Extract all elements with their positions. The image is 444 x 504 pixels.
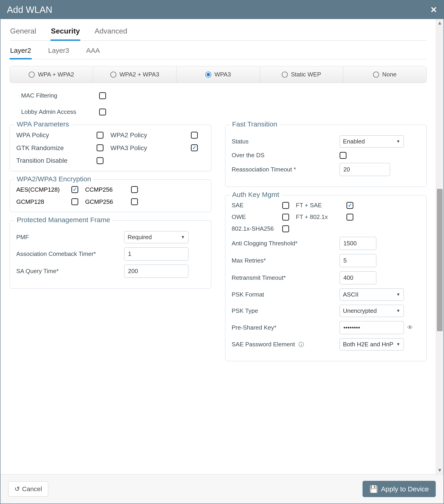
anti-clog-label: Anti Clogging Threshold* [232,240,340,247]
mac-filtering-label: MAC Filtering [21,92,99,99]
mode-label: WPA2 + WPA3 [120,71,159,78]
lobby-admin-checkbox[interactable] [99,108,106,115]
max-retries-input[interactable] [340,254,376,267]
8021x-sha256-checkbox[interactable] [282,225,289,232]
auth-key-mgmt-fieldset: Auth Key Mgmt SAE FT + SAE OWE FT + 802.… [225,195,427,361]
gtk-randomize-checkbox[interactable] [97,144,104,151]
radio-icon [373,72,379,78]
pmf-label: PMF [16,234,124,241]
tab-advanced[interactable]: Advanced [94,25,127,40]
psk-input[interactable] [340,321,404,334]
mac-filtering-checkbox[interactable] [99,92,106,99]
mode-wpa2-wpa3[interactable]: WPA2 + WPA3 [93,66,177,83]
cancel-button[interactable]: Cancel [8,481,48,497]
mac-filtering-row: MAC Filtering [21,92,426,99]
sa-query-input[interactable] [124,265,188,278]
pmf-select-value: Required [127,234,152,241]
left-column: WPA Parameters WPA Policy WPA2 Policy GT… [10,125,211,370]
ft-status-select[interactable]: Enabled ▼ [340,135,404,147]
mode-static-wep[interactable]: Static WEP [260,66,343,83]
gcmp256-label: GCMP256 [85,198,131,205]
over-ds-checkbox[interactable] [340,152,346,159]
tab-security[interactable]: Security [51,25,80,41]
ft-8021x-label: FT + 802.1x [296,214,346,220]
aes-ccmp128-label: AES(CCMP128) [16,186,71,193]
scroll-down-icon[interactable]: ▼ [436,467,444,473]
ft-status-label: Status [232,138,340,145]
vertical-scrollbar[interactable]: ▲ ▼ [436,19,444,474]
sae-checkbox[interactable] [282,202,289,209]
pmf-fieldset: Protected Management Frame PMF Required … [10,220,211,288]
aes-ccmp128-checkbox[interactable] [71,186,78,193]
ft-status-value: Enabled [343,138,365,145]
info-icon[interactable]: ⓘ [299,341,304,347]
add-wlan-modal: Add WLAN ✕ General Security Advanced Lay… [0,0,444,504]
sa-query-label: SA Query Time* [16,268,124,275]
over-ds-label: Over the DS [232,152,340,159]
gcmp128-checkbox[interactable] [71,198,78,205]
wpa3-policy-checkbox[interactable] [191,144,198,151]
pmf-legend: Protected Management Frame [15,216,112,224]
apply-to-device-button[interactable]: Apply to Device [363,481,436,497]
wpa2-policy-checkbox[interactable] [191,132,198,139]
footer: Cancel Apply to Device [0,474,444,504]
undo-icon [15,485,20,493]
radio-icon [282,72,288,78]
eye-off-icon[interactable]: 👁 [407,324,413,331]
subtab-layer3[interactable]: Layer3 [48,44,70,59]
tab-general[interactable]: General [10,25,37,40]
subtab-layer2[interactable]: Layer2 [10,44,32,59]
right-column: Fast Transition Status Enabled ▼ Over th… [225,125,427,370]
anti-clog-input[interactable] [340,237,376,250]
owe-checkbox[interactable] [282,214,289,220]
pmf-select[interactable]: Required ▼ [124,231,188,243]
scroll-up-icon[interactable]: ▲ [436,20,444,26]
mode-label: WPA + WPA2 [38,71,74,78]
body-wrap: General Security Advanced Layer2 Layer3 … [0,19,444,474]
psk-format-select[interactable]: ASCII ▼ [340,288,404,301]
radio-icon [110,72,116,78]
chevron-down-icon: ▼ [181,235,185,240]
fast-transition-legend: Fast Transition [230,120,280,128]
8021x-sha256-label: 802.1x-SHA256 [232,225,282,232]
security-mode-bar: WPA + WPA2 WPA2 + WPA3 WPA3 Static WEP N… [10,66,426,83]
chevron-down-icon: ▼ [396,292,400,297]
sub-tabs: Layer2 Layer3 AAA [10,44,426,59]
title-bar: Add WLAN ✕ [0,0,444,19]
ccmp256-checkbox[interactable] [131,186,138,193]
sae-label: SAE [232,202,282,209]
wpa-policy-checkbox[interactable] [97,132,104,139]
assoc-comeback-label: Association Comeback Timer* [16,250,124,257]
wpa-parameters-legend: WPA Parameters [15,120,71,128]
sae-pwe-value: Both H2E and HnP [343,341,393,348]
content-area: General Security Advanced Layer2 Layer3 … [0,19,436,474]
wpa-policy-label: WPA Policy [16,131,97,139]
mode-wpa-wpa2[interactable]: WPA + WPA2 [10,66,93,83]
two-columns: WPA Parameters WPA Policy WPA2 Policy GT… [10,125,426,370]
psk-type-value: Unencrypted [343,307,377,314]
psk-format-value: ASCII [343,291,359,298]
cancel-label: Cancel [22,486,42,493]
gcmp256-checkbox[interactable] [131,198,138,205]
reassoc-timeout-input[interactable] [340,163,390,176]
chevron-down-icon: ▼ [396,342,400,347]
mode-label: None [382,71,396,78]
encryption-legend: WPA2/WPA3 Encryption [15,175,93,183]
ccmp256-label: CCMP256 [85,186,131,193]
scrollbar-thumb[interactable] [437,189,443,331]
ft-sae-checkbox[interactable] [346,202,353,209]
mode-wpa3[interactable]: WPA3 [177,66,260,83]
psk-type-label: PSK Type [232,307,340,314]
max-retries-label: Max Retries* [232,257,340,264]
transition-disable-checkbox[interactable] [97,157,104,164]
mode-none[interactable]: None [343,66,426,83]
psk-type-select[interactable]: Unencrypted ▼ [340,305,404,317]
subtab-aaa[interactable]: AAA [86,44,100,59]
psk-format-label: PSK Format [232,291,340,298]
retransmit-label: Retransmit Timeout* [232,274,340,281]
assoc-comeback-input[interactable] [124,247,188,260]
close-icon[interactable]: ✕ [430,5,437,15]
ft-8021x-checkbox[interactable] [346,214,353,220]
sae-pwe-select[interactable]: Both H2E and HnP ▼ [340,338,404,350]
retransmit-input[interactable] [340,271,376,284]
